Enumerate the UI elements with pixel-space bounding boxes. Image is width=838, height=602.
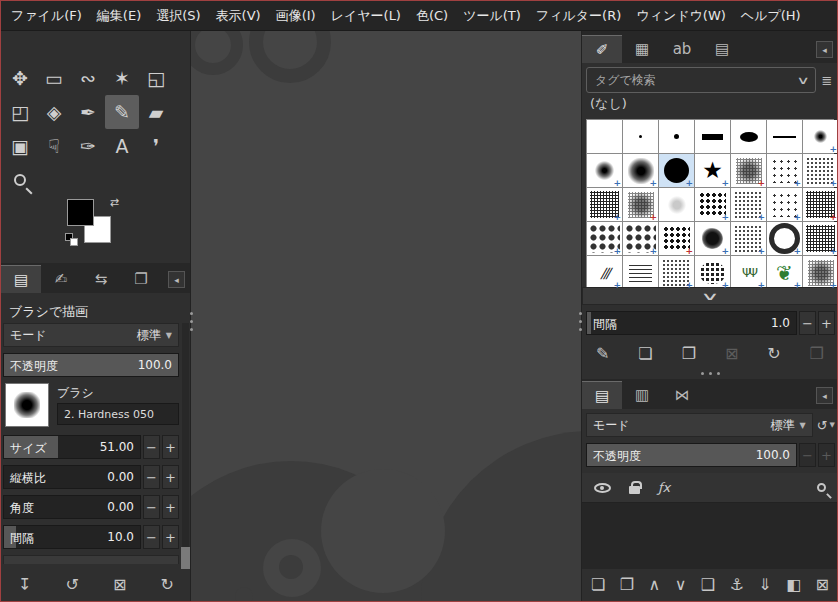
add-layer-mask-button[interactable]: ◧ (786, 577, 801, 593)
restore-tool-preset-button[interactable]: ↺ (66, 577, 79, 593)
edit-brush-button[interactable]: ✎ (596, 346, 609, 362)
angle-slider-track[interactable]: 角度0.00 (3, 495, 141, 519)
refresh-brushes-button[interactable]: ↻ (767, 346, 780, 362)
menu-item[interactable]: ツール(T) (463, 7, 521, 25)
paint-mode-dropdown[interactable]: モード 標準 ▼ (3, 323, 179, 347)
foreground-color-swatch[interactable] (67, 199, 94, 226)
new-brush-button[interactable]: ❏ (638, 346, 652, 362)
tool-eraser[interactable]: ▰ (139, 95, 173, 129)
canvas[interactable] (191, 31, 581, 601)
right-dock-resize-grip[interactable] (576, 299, 584, 343)
tab-brushes[interactable]: ✐ (582, 35, 622, 63)
tool-crop[interactable]: ◱ (139, 61, 173, 95)
tag-list-icon[interactable]: ≣ (818, 69, 836, 91)
brush-cell[interactable]: + (767, 256, 802, 289)
tool-fuzzy-select[interactable]: ✶ (105, 61, 139, 95)
size-slider-track[interactable]: サイズ51.00 (3, 435, 141, 459)
delete-tool-preset-button[interactable]: ⊠ (113, 577, 126, 593)
tool-text[interactable]: A (105, 129, 139, 163)
menu-item[interactable]: 編集(E) (97, 7, 141, 25)
angle-increase-button[interactable]: + (162, 495, 179, 519)
tab-device-status[interactable]: ✍ (41, 265, 81, 293)
brush-name-field[interactable]: 2. Hardness 050 (57, 403, 179, 425)
merge-down-button[interactable]: ⇓ (758, 577, 771, 593)
brush-cell[interactable]: + (803, 188, 838, 221)
spacing-increase-button[interactable]: + (162, 525, 179, 549)
spacing-slider-track[interactable]: 間隔10.0 (3, 525, 141, 549)
tool-rectangle-select[interactable]: ▭ (37, 61, 71, 95)
aspect-ratio-slider-track[interactable]: 縦横比0.00 (3, 465, 141, 489)
brush-cell[interactable] (659, 120, 694, 153)
brush-cell[interactable] (623, 256, 658, 289)
lock-icon[interactable] (629, 486, 640, 494)
brush-spacing-slider-track[interactable]: 間隔1.0 (586, 311, 797, 335)
tool-paintbrush[interactable]: ✎ (105, 95, 139, 129)
lower-layer-button[interactable]: ∨ (675, 577, 687, 593)
brush-cell[interactable] (659, 188, 694, 221)
tool-free-select[interactable]: ∾ (71, 61, 105, 95)
brush-cell[interactable] (767, 120, 802, 153)
panel-menu-button[interactable]: ◂ (816, 387, 833, 404)
tab-patterns[interactable]: ▦ (622, 35, 662, 63)
brush-cell[interactable]: + (695, 222, 730, 255)
tab-paths[interactable]: ⋈ (662, 381, 702, 409)
panel-menu-button[interactable]: ◂ (168, 271, 185, 288)
angle-decrease-button[interactable]: − (143, 495, 160, 519)
menu-item[interactable]: ファイル(F) (11, 7, 82, 25)
duplicate-brush-button[interactable]: ❐ (682, 346, 696, 362)
tool-move[interactable]: ✥ (3, 61, 37, 95)
tab-images[interactable]: ❐ (121, 265, 161, 293)
layer-opacity-decrease-button[interactable]: − (799, 443, 816, 467)
delete-layer-button[interactable]: ⊠ (816, 577, 829, 593)
menu-item[interactable]: 選択(S) (156, 7, 200, 25)
left-dock-resize-grip[interactable] (187, 299, 195, 343)
open-brush-as-image-button[interactable]: ❒ (810, 346, 824, 362)
layer-opacity-increase-button[interactable]: + (818, 443, 835, 467)
tab-layers[interactable]: ▤ (582, 381, 622, 409)
tool-color-picker[interactable]: ❜ (139, 129, 173, 163)
brush-cell[interactable]: + (695, 154, 730, 187)
brush-cell[interactable]: + (767, 222, 802, 255)
brush-cell[interactable]: + (587, 256, 622, 289)
dock-divider-grip[interactable] (582, 369, 838, 377)
brush-cell[interactable]: + (731, 188, 766, 221)
anchor-layer-button[interactable]: ⚓ (730, 577, 744, 593)
brush-cell[interactable]: + (767, 154, 802, 187)
tool-ink[interactable]: ✒ (71, 95, 105, 129)
layer-search-icon[interactable] (817, 483, 826, 492)
reset-tool-options-button[interactable]: ↻ (161, 577, 174, 593)
brush-cell[interactable] (587, 120, 622, 153)
new-layer-group-button[interactable]: ❐ (620, 577, 634, 593)
brush-cell[interactable]: + (695, 188, 730, 221)
brush-cell[interactable]: + (695, 256, 730, 289)
tab-fonts[interactable]: ab (662, 35, 702, 63)
brush-cell[interactable]: + (659, 154, 694, 187)
menu-item[interactable]: フィルター(R) (536, 7, 621, 25)
swap-colors-icon[interactable]: ⇄ (110, 196, 119, 209)
brush-spacing-increase-button[interactable]: + (818, 311, 835, 335)
size-decrease-button[interactable]: − (143, 435, 160, 459)
tool-zoom[interactable] (3, 163, 37, 197)
brush-cell[interactable]: + (803, 154, 838, 187)
duplicate-layer-button[interactable]: ❑ (701, 577, 715, 593)
brush-cell[interactable]: + (767, 188, 802, 221)
aspect-ratio-increase-button[interactable]: + (162, 465, 179, 489)
size-increase-button[interactable]: + (162, 435, 179, 459)
visibility-eye-icon[interactable] (594, 483, 611, 493)
brush-cell[interactable]: + (731, 222, 766, 255)
brush-spacing-decrease-button[interactable]: − (799, 311, 816, 335)
brush-cell[interactable]: + (659, 222, 694, 255)
brush-cell[interactable]: + (731, 256, 766, 289)
spacing-decrease-button[interactable]: − (143, 525, 160, 549)
brush-search-input[interactable]: タグで検索 ∨ (586, 67, 816, 93)
brush-cell[interactable] (623, 120, 658, 153)
layer-effects-icon[interactable]: ƒx (658, 480, 670, 495)
aspect-ratio-decrease-button[interactable]: − (143, 465, 160, 489)
active-brush-thumbnail[interactable] (5, 383, 49, 427)
brush-cell[interactable]: + (803, 256, 838, 289)
menu-item[interactable]: レイヤー(L) (331, 7, 401, 25)
layer-mode-switch-button[interactable]: ↺ ▼ (817, 418, 835, 433)
brush-cell[interactable]: + (587, 154, 622, 187)
panel-menu-button[interactable]: ◂ (816, 41, 833, 58)
brush-cell[interactable] (731, 120, 766, 153)
